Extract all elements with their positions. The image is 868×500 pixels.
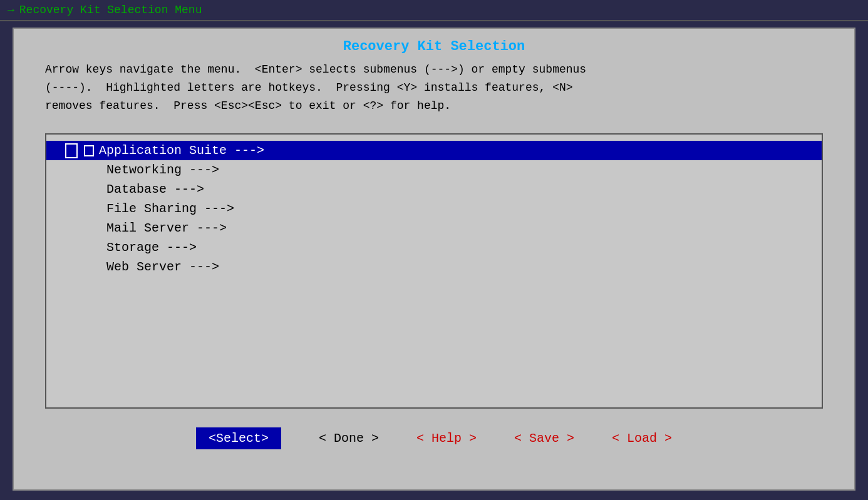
done-button[interactable]: < Done > [319,431,379,446]
menu-item-networking[interactable]: Networking ---> [46,160,822,180]
menu-item-file-sharing[interactable]: File Sharing ---> [46,199,822,218]
menu-item-mail-server[interactable]: Mail Server ---> [46,218,822,238]
load-button[interactable]: < Load > [612,431,672,446]
save-button[interactable]: < Save > [514,431,574,446]
menu-item-application-suite[interactable]: Application Suite ---> [46,141,822,160]
menu-item-storage[interactable]: Storage ---> [46,238,822,257]
title-bar-arrow: → [8,4,14,16]
title-bar-label: Recovery Kit Selection Menu [19,4,202,16]
select-button[interactable]: <Select> [196,427,281,449]
menu-container: Application Suite ---> Networking ---> D… [45,133,823,409]
title-bar: → Recovery Kit Selection Menu [0,0,868,21]
main-window: Recovery Kit Selection Arrow keys naviga… [13,28,855,491]
instructions-text: Arrow keys navigate the menu. <Enter> se… [14,61,854,127]
terminal-outer: → Recovery Kit Selection Menu Recovery K… [0,0,868,500]
selected-indicator [84,145,94,156]
footer: <Select> < Done > < Help > < Save > < Lo… [14,415,854,462]
menu-item-web-server[interactable]: Web Server ---> [46,257,822,277]
help-button[interactable]: < Help > [416,431,477,446]
window-title: Recovery Kit Selection [14,29,854,61]
menu-item-database[interactable]: Database ---> [46,180,822,199]
